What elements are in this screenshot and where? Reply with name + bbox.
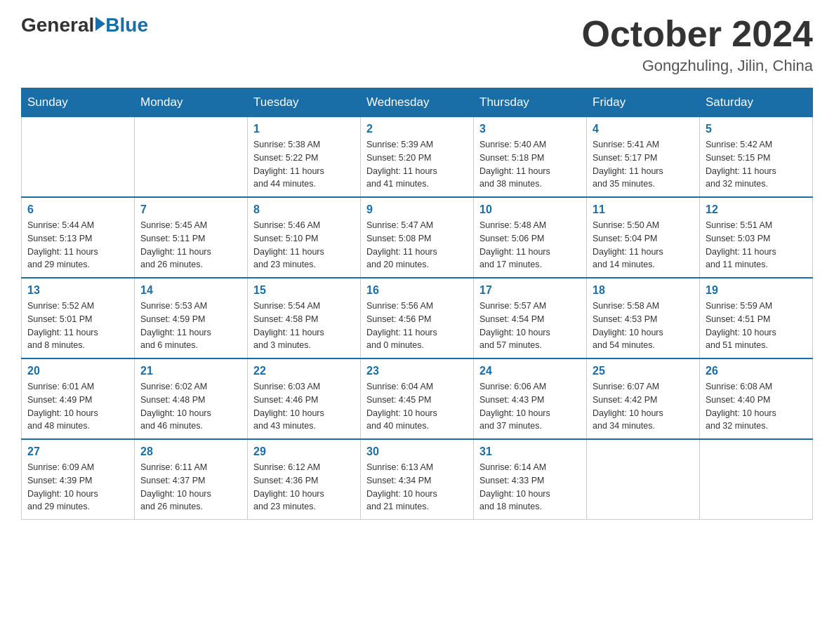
calendar-cell: 6Sunrise: 5:44 AM Sunset: 5:13 PM Daylig… [22,197,135,278]
calendar-cell: 12Sunrise: 5:51 AM Sunset: 5:03 PM Dayli… [700,197,813,278]
day-number: 10 [479,203,581,216]
calendar-cell: 27Sunrise: 6:09 AM Sunset: 4:39 PM Dayli… [22,439,135,520]
calendar-cell: 21Sunrise: 6:02 AM Sunset: 4:48 PM Dayli… [135,358,248,439]
day-number: 13 [27,284,128,297]
weekday-header-tuesday: Tuesday [248,88,361,117]
calendar-cell: 23Sunrise: 6:04 AM Sunset: 4:45 PM Dayli… [361,358,474,439]
day-number: 26 [706,365,807,377]
day-number: 29 [253,445,355,458]
calendar-cell: 14Sunrise: 5:53 AM Sunset: 4:59 PM Dayli… [135,278,248,358]
title-section: October 2024 Gongzhuling, Jilin, China [582,14,814,75]
calendar-cell: 8Sunrise: 5:46 AM Sunset: 5:10 PM Daylig… [248,197,361,278]
calendar-cell: 29Sunrise: 6:12 AM Sunset: 4:36 PM Dayli… [248,439,361,520]
day-number: 21 [140,365,241,377]
weekday-header-monday: Monday [135,88,248,117]
calendar-cell: 18Sunrise: 5:58 AM Sunset: 4:53 PM Dayli… [587,278,700,358]
calendar-cell [22,117,135,198]
day-number: 2 [366,123,468,135]
day-info: Sunrise: 5:42 AM Sunset: 5:15 PM Dayligh… [706,138,807,191]
logo-arrow-icon [95,17,105,31]
day-number: 4 [593,123,694,135]
day-number: 15 [253,284,355,297]
calendar-cell: 9Sunrise: 5:47 AM Sunset: 5:08 PM Daylig… [361,197,474,278]
day-info: Sunrise: 6:12 AM Sunset: 4:36 PM Dayligh… [253,461,355,514]
weekday-header-row: SundayMondayTuesdayWednesdayThursdayFrid… [22,88,813,117]
day-info: Sunrise: 5:40 AM Sunset: 5:18 PM Dayligh… [479,138,581,191]
calendar-cell [700,439,813,520]
calendar-cell: 4Sunrise: 5:41 AM Sunset: 5:17 PM Daylig… [587,117,700,198]
day-info: Sunrise: 6:04 AM Sunset: 4:45 PM Dayligh… [366,380,468,433]
day-number: 11 [593,203,694,216]
day-info: Sunrise: 5:50 AM Sunset: 5:04 PM Dayligh… [593,219,694,271]
calendar-cell [587,439,700,520]
month-title: October 2024 [582,14,814,54]
day-number: 24 [479,365,581,377]
location-title: Gongzhuling, Jilin, China [582,57,814,75]
calendar-cell: 30Sunrise: 6:13 AM Sunset: 4:34 PM Dayli… [361,439,474,520]
weekday-header-wednesday: Wednesday [361,88,474,117]
day-info: Sunrise: 5:54 AM Sunset: 4:58 PM Dayligh… [253,300,355,352]
day-info: Sunrise: 5:44 AM Sunset: 5:13 PM Dayligh… [27,219,128,271]
logo-blue-text: Blue [105,14,148,36]
calendar-cell: 1Sunrise: 5:38 AM Sunset: 5:22 PM Daylig… [248,117,361,198]
day-info: Sunrise: 5:47 AM Sunset: 5:08 PM Dayligh… [366,219,468,271]
calendar-cell: 24Sunrise: 6:06 AM Sunset: 4:43 PM Dayli… [474,358,587,439]
page-header: General Blue October 2024 Gongzhuling, J… [21,14,813,75]
day-info: Sunrise: 5:59 AM Sunset: 4:51 PM Dayligh… [706,300,807,352]
day-number: 8 [253,203,355,216]
day-number: 6 [27,203,128,216]
day-number: 31 [479,445,581,458]
day-info: Sunrise: 5:41 AM Sunset: 5:17 PM Dayligh… [593,138,694,191]
day-number: 9 [366,203,468,216]
day-number: 25 [593,365,694,377]
day-info: Sunrise: 5:52 AM Sunset: 5:01 PM Dayligh… [27,300,128,352]
day-number: 16 [366,284,468,297]
day-info: Sunrise: 6:08 AM Sunset: 4:40 PM Dayligh… [706,380,807,433]
calendar-cell: 13Sunrise: 5:52 AM Sunset: 5:01 PM Dayli… [22,278,135,358]
weekday-header-friday: Friday [587,88,700,117]
calendar-cell: 15Sunrise: 5:54 AM Sunset: 4:58 PM Dayli… [248,278,361,358]
day-info: Sunrise: 5:53 AM Sunset: 4:59 PM Dayligh… [140,300,241,352]
calendar-cell: 16Sunrise: 5:56 AM Sunset: 4:56 PM Dayli… [361,278,474,358]
day-info: Sunrise: 5:51 AM Sunset: 5:03 PM Dayligh… [706,219,807,271]
calendar-cell: 26Sunrise: 6:08 AM Sunset: 4:40 PM Dayli… [700,358,813,439]
calendar-cell: 2Sunrise: 5:39 AM Sunset: 5:20 PM Daylig… [361,117,474,198]
day-info: Sunrise: 5:58 AM Sunset: 4:53 PM Dayligh… [593,300,694,352]
day-number: 23 [366,365,468,377]
day-info: Sunrise: 5:46 AM Sunset: 5:10 PM Dayligh… [253,219,355,271]
calendar-week-row: 13Sunrise: 5:52 AM Sunset: 5:01 PM Dayli… [22,278,813,358]
day-number: 5 [706,123,807,135]
day-number: 30 [366,445,468,458]
calendar-cell: 3Sunrise: 5:40 AM Sunset: 5:18 PM Daylig… [474,117,587,198]
logo-general-text: General [21,14,94,36]
day-info: Sunrise: 6:11 AM Sunset: 4:37 PM Dayligh… [140,461,241,514]
day-info: Sunrise: 6:09 AM Sunset: 4:39 PM Dayligh… [27,461,128,514]
logo: General Blue [21,14,148,36]
day-info: Sunrise: 5:56 AM Sunset: 4:56 PM Dayligh… [366,300,468,352]
day-info: Sunrise: 6:02 AM Sunset: 4:48 PM Dayligh… [140,380,241,433]
calendar-cell: 19Sunrise: 5:59 AM Sunset: 4:51 PM Dayli… [700,278,813,358]
day-info: Sunrise: 5:45 AM Sunset: 5:11 PM Dayligh… [140,219,241,271]
day-number: 14 [140,284,241,297]
calendar-week-row: 20Sunrise: 6:01 AM Sunset: 4:49 PM Dayli… [22,358,813,439]
weekday-header-thursday: Thursday [474,88,587,117]
calendar-week-row: 27Sunrise: 6:09 AM Sunset: 4:39 PM Dayli… [22,439,813,520]
calendar-cell: 11Sunrise: 5:50 AM Sunset: 5:04 PM Dayli… [587,197,700,278]
day-number: 17 [479,284,581,297]
calendar-cell: 20Sunrise: 6:01 AM Sunset: 4:49 PM Dayli… [22,358,135,439]
calendar-cell: 22Sunrise: 6:03 AM Sunset: 4:46 PM Dayli… [248,358,361,439]
calendar-cell: 10Sunrise: 5:48 AM Sunset: 5:06 PM Dayli… [474,197,587,278]
calendar-cell: 31Sunrise: 6:14 AM Sunset: 4:33 PM Dayli… [474,439,587,520]
day-number: 18 [593,284,694,297]
calendar-table: SundayMondayTuesdayWednesdayThursdayFrid… [21,88,813,520]
calendar-cell: 25Sunrise: 6:07 AM Sunset: 4:42 PM Dayli… [587,358,700,439]
calendar-cell: 5Sunrise: 5:42 AM Sunset: 5:15 PM Daylig… [700,117,813,198]
day-info: Sunrise: 6:06 AM Sunset: 4:43 PM Dayligh… [479,380,581,433]
day-info: Sunrise: 6:14 AM Sunset: 4:33 PM Dayligh… [479,461,581,514]
day-number: 7 [140,203,241,216]
day-number: 1 [253,123,355,135]
day-number: 22 [253,365,355,377]
day-info: Sunrise: 6:13 AM Sunset: 4:34 PM Dayligh… [366,461,468,514]
day-info: Sunrise: 5:48 AM Sunset: 5:06 PM Dayligh… [479,219,581,271]
weekday-header-saturday: Saturday [700,88,813,117]
